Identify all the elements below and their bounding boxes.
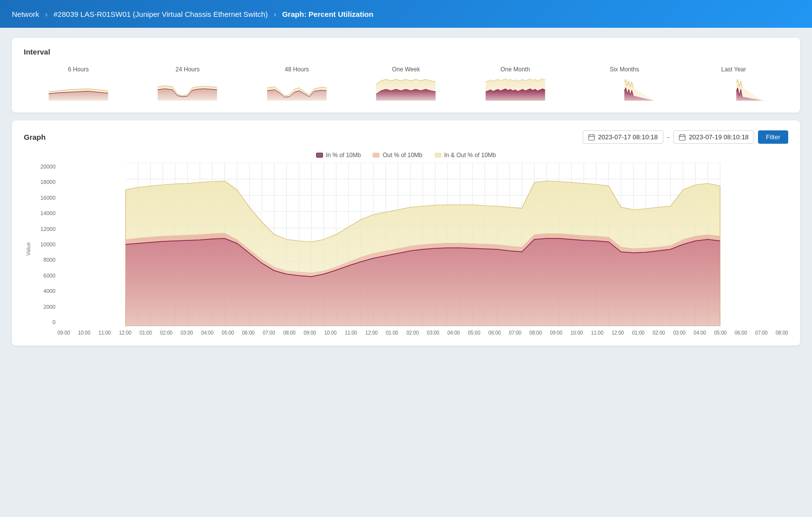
device-link[interactable]: #28039 LAS-R01SW01 (Juniper Virtual Chas… — [54, 10, 268, 18]
interval-card: Interval 6 Hours — [12, 38, 800, 113]
x-tick: 11:00 — [345, 330, 357, 336]
x-tick: 03:00 — [181, 330, 193, 336]
date-to-input[interactable]: 2023-07-19 08:10:18 — [673, 130, 754, 144]
date-to-value: 2023-07-19 08:10:18 — [689, 133, 749, 141]
main-content: Interval 6 Hours — [0, 28, 812, 355]
x-tick: 10:00 — [324, 330, 336, 336]
y-tick-16000: 16000 — [35, 195, 55, 201]
interval-1w-thumb — [355, 77, 456, 101]
interval-6m[interactable]: Six Months — [570, 64, 679, 103]
graph-controls: 2023-07-17 08:10:18 - 2023-07-19 08:10:1… — [583, 130, 788, 144]
x-tick: 06:00 — [735, 330, 747, 336]
y-tick-8000: 8000 — [35, 257, 55, 263]
breadcrumb-sep-1: › — [45, 10, 48, 18]
x-tick: 08:00 — [530, 330, 542, 336]
x-tick: 06:00 — [488, 330, 501, 336]
x-tick: 04:00 — [694, 330, 706, 336]
legend-out: Out % of 10Mb — [373, 152, 422, 159]
interval-1y-thumb — [683, 77, 784, 101]
y-tick-10000: 10000 — [35, 241, 55, 247]
chart-legend: In % of 10Mb Out % of 10Mb In & Out % of… — [24, 152, 788, 159]
x-tick: 09:00 — [57, 330, 70, 336]
date-from-value: 2023-07-17 08:10:18 — [598, 133, 658, 141]
x-tick: 10:00 — [78, 330, 90, 336]
legend-out-box — [373, 153, 379, 158]
calendar-icon-to — [679, 134, 686, 141]
y-tick-14000: 14000 — [35, 210, 55, 216]
page-title: Graph: Percent Utilization — [282, 10, 373, 18]
y-tick-12000: 12000 — [35, 226, 55, 232]
date-separator: - — [667, 133, 670, 141]
y-tick-0: 0 — [35, 319, 55, 325]
interval-48h[interactable]: 48 Hours — [242, 64, 351, 103]
interval-24h-label: 24 Hours — [175, 66, 200, 73]
interval-1m-thumb — [465, 77, 566, 101]
legend-in: In % of 10Mb — [316, 152, 361, 159]
network-link[interactable]: Network — [12, 10, 39, 18]
interval-1m[interactable]: One Month — [461, 64, 570, 103]
x-tick: 11:00 — [99, 330, 111, 336]
breadcrumb-sep-2: › — [273, 10, 276, 18]
header: Network › #28039 LAS-R01SW01 (Juniper Vi… — [0, 0, 812, 28]
interval-24h[interactable]: 24 Hours — [133, 64, 242, 103]
x-axis-ticks: 09:00 10:00 11:00 12:00 01:00 02:00 03:0… — [57, 328, 788, 336]
x-tick: 05:00 — [221, 330, 234, 336]
graph-title: Graph — [24, 133, 46, 141]
legend-in-label: In % of 10Mb — [326, 152, 361, 159]
x-tick: 02:00 — [160, 330, 172, 336]
x-tick: 07:00 — [755, 330, 767, 336]
chart-area: 09:00 10:00 11:00 12:00 01:00 02:00 03:0… — [57, 163, 788, 336]
svg-rect-14 — [589, 135, 595, 140]
y-tick-18000: 18000 — [35, 179, 55, 185]
interval-1m-label: One Month — [500, 66, 530, 73]
y-tick-6000: 6000 — [35, 273, 55, 279]
x-tick: 01:00 — [632, 330, 645, 336]
interval-title: Interval — [24, 48, 788, 56]
legend-inout-box — [434, 153, 441, 158]
legend-inout-label: In & Out % of 10Mb — [444, 152, 496, 159]
x-tick: 12:00 — [119, 330, 131, 336]
interval-6h[interactable]: 6 Hours — [24, 64, 133, 103]
interval-1y[interactable]: Last Year — [679, 64, 788, 103]
y-tick-2000: 2000 — [35, 304, 55, 310]
x-tick: 05:00 — [714, 330, 727, 336]
x-tick: 04:00 — [201, 330, 214, 336]
x-tick: 01:00 — [386, 330, 398, 336]
interval-6m-thumb — [574, 77, 675, 101]
x-tick: 08:00 — [283, 330, 296, 336]
x-tick: 12:00 — [365, 330, 378, 336]
x-tick: 10:00 — [571, 330, 583, 336]
interval-1w-label: One Week — [392, 66, 420, 73]
x-tick: 06:00 — [242, 330, 255, 336]
y-tick-4000: 4000 — [35, 288, 55, 294]
x-tick: 08:00 — [776, 330, 788, 336]
filter-button[interactable]: Filter — [758, 130, 788, 144]
interval-6h-thumb — [28, 77, 129, 101]
x-tick: 02:00 — [406, 330, 419, 336]
graph-card: Graph 2023-07-17 08:10:18 - — [12, 120, 800, 345]
date-from-input[interactable]: 2023-07-17 08:10:18 — [583, 130, 663, 144]
graph-header: Graph 2023-07-17 08:10:18 - — [24, 130, 788, 144]
x-tick: 01:00 — [140, 330, 152, 336]
svg-marker-7 — [376, 89, 435, 101]
y-axis-label: Value — [24, 163, 33, 336]
x-tick: 04:00 — [447, 330, 460, 336]
interval-1y-label: Last Year — [721, 66, 746, 73]
legend-out-label: Out % of 10Mb — [382, 152, 422, 159]
x-tick: 03:00 — [427, 330, 439, 336]
x-tick: 05:00 — [468, 330, 480, 336]
chart-wrap: Value 20000 18000 16000 14000 12000 1000… — [24, 163, 788, 336]
interval-1w[interactable]: One Week — [351, 64, 460, 103]
interval-6h-label: 6 Hours — [68, 66, 89, 73]
x-tick: 12:00 — [611, 330, 624, 336]
main-chart-svg — [57, 163, 788, 326]
interval-48h-thumb — [246, 77, 347, 101]
x-tick: 03:00 — [673, 330, 686, 336]
svg-rect-18 — [679, 135, 685, 140]
x-tick: 11:00 — [591, 330, 603, 336]
x-tick: 07:00 — [263, 330, 275, 336]
legend-inout: In & Out % of 10Mb — [434, 152, 496, 159]
x-tick: 02:00 — [652, 330, 665, 336]
calendar-icon-from — [588, 134, 595, 141]
y-tick-20000: 20000 — [35, 164, 55, 170]
